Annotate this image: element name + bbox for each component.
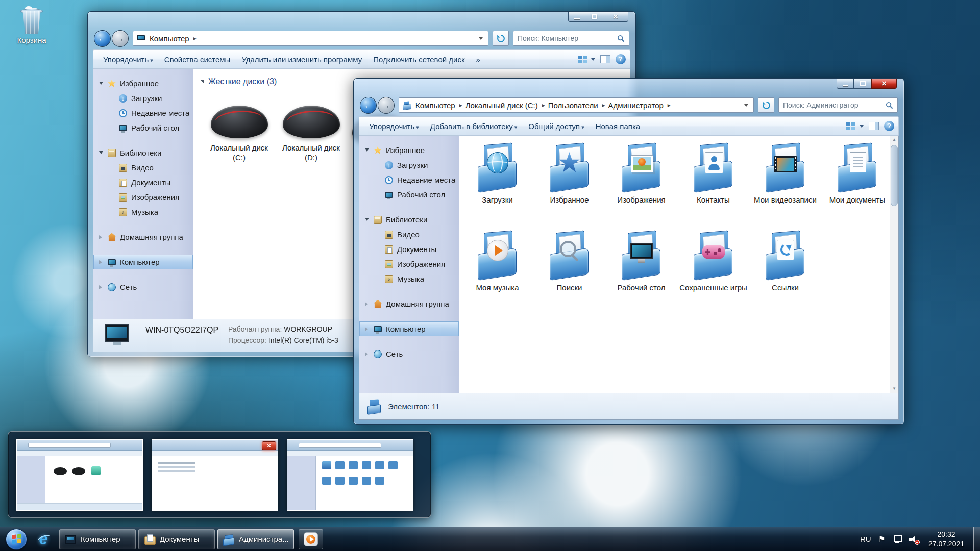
- forward-button[interactable]: [112, 30, 129, 47]
- close-button[interactable]: [603, 12, 628, 22]
- group-collapse-icon[interactable]: [201, 80, 204, 83]
- sidebar-item[interactable]: Рабочий стол: [93, 120, 193, 135]
- recycle-bin[interactable]: Корзина: [7, 6, 56, 44]
- sidebar-item[interactable]: Изображения: [359, 257, 459, 271]
- language-indicator[interactable]: RU: [860, 535, 871, 543]
- toolbar-item[interactable]: »: [470, 53, 485, 66]
- folder-item[interactable]: Мои видеозаписи: [749, 143, 821, 231]
- sidebar-item[interactable]: Видео: [359, 227, 459, 242]
- folder-item[interactable]: Поиски: [533, 231, 605, 318]
- volume-icon[interactable]: [909, 535, 919, 544]
- address-dropdown-button[interactable]: [476, 37, 486, 40]
- address-dropdown-button[interactable]: [741, 104, 751, 107]
- drive-item[interactable]: Локальный диск (D:): [279, 106, 344, 163]
- show-desktop-button[interactable]: [973, 527, 980, 551]
- start-button[interactable]: [6, 529, 27, 550]
- folder-item[interactable]: Контакты: [677, 143, 749, 231]
- taskbar-window-button[interactable]: Документы: [138, 529, 215, 549]
- peek-thumbnail-administrator[interactable]: [287, 439, 413, 511]
- forward-button[interactable]: [378, 97, 395, 114]
- folder-item[interactable]: Рабочий стол: [605, 231, 677, 318]
- minimize-button[interactable]: [837, 79, 854, 89]
- views-dropdown-icon[interactable]: [860, 125, 864, 128]
- peek-thumbnail-documents[interactable]: [152, 439, 278, 511]
- views-icon[interactable]: [846, 122, 856, 130]
- folder-item[interactable]: Ссылки: [749, 231, 821, 318]
- folder-item[interactable]: Избранное: [533, 143, 605, 231]
- expand-arrow-icon[interactable]: [365, 218, 369, 221]
- toolbar-item[interactable]: Подключить сетевой диск: [368, 53, 470, 66]
- expand-arrow-icon[interactable]: [99, 82, 103, 85]
- breadcrumb-item[interactable]: Администратор: [607, 100, 672, 111]
- back-button[interactable]: [94, 30, 111, 47]
- toolbar-item[interactable]: Новая папка: [590, 119, 646, 133]
- back-button[interactable]: [360, 97, 377, 114]
- sidebar-item[interactable]: Библиотеки: [93, 145, 193, 160]
- sidebar-item[interactable]: Компьютер: [93, 255, 193, 269]
- breadcrumb-item[interactable]: Компьютер: [414, 100, 464, 111]
- sidebar-item[interactable]: Музыка: [359, 271, 459, 286]
- sidebar-item[interactable]: Библиотеки: [359, 212, 459, 227]
- expand-arrow-icon[interactable]: [365, 327, 368, 331]
- sidebar-item[interactable]: Сеть: [359, 346, 459, 361]
- sidebar-item[interactable]: Домашняя группа: [93, 230, 193, 244]
- minimize-button[interactable]: [568, 12, 585, 22]
- toolbar-item[interactable]: Упорядочить: [363, 119, 425, 133]
- sidebar-item[interactable]: Избранное: [359, 143, 459, 158]
- folder-item[interactable]: Моя музыка: [461, 231, 533, 318]
- refresh-button[interactable]: [758, 97, 774, 113]
- taskbar-ie-button[interactable]: [31, 529, 56, 550]
- views-dropdown-icon[interactable]: [591, 58, 595, 61]
- refresh-button[interactable]: [493, 31, 509, 46]
- sidebar-item[interactable]: Сеть: [93, 280, 193, 294]
- sidebar-item[interactable]: Недавние места: [359, 172, 459, 187]
- expand-arrow-icon[interactable]: [99, 235, 102, 239]
- taskbar-window-button[interactable]: Администра...: [217, 529, 294, 549]
- folder-item[interactable]: Изображения: [605, 143, 677, 231]
- search-input[interactable]: [518, 34, 617, 42]
- network-icon[interactable]: [893, 535, 902, 543]
- address-bar[interactable]: Компьютер: [133, 31, 488, 46]
- help-icon[interactable]: [884, 121, 894, 131]
- preview-pane-icon[interactable]: [600, 55, 610, 63]
- sidebar-item[interactable]: Рабочий стол: [359, 187, 459, 202]
- sidebar-item[interactable]: Изображения: [93, 190, 193, 205]
- sidebar-item[interactable]: Компьютер: [359, 321, 459, 336]
- action-center-flag-icon[interactable]: [878, 534, 886, 544]
- toolbar-item[interactable]: Удалить или изменить программу: [236, 53, 368, 66]
- breadcrumb-item[interactable]: Локальный диск (C:): [464, 100, 547, 111]
- expand-arrow-icon[interactable]: [99, 151, 103, 154]
- sidebar-item[interactable]: Музыка: [93, 205, 193, 219]
- toolbar-item[interactable]: Свойства системы: [159, 53, 236, 66]
- taskbar-clock[interactable]: 20:32 27.07.2021: [928, 530, 964, 548]
- expand-arrow-icon[interactable]: [99, 260, 102, 264]
- sidebar-item[interactable]: Домашняя группа: [359, 296, 459, 311]
- sidebar-item[interactable]: Загрузки: [93, 91, 193, 106]
- folder-item[interactable]: Сохраненные игры: [677, 231, 749, 318]
- taskbar-media-button[interactable]: [299, 529, 323, 549]
- expand-arrow-icon[interactable]: [365, 302, 368, 306]
- sidebar-item[interactable]: Избранное: [93, 76, 193, 91]
- vertical-scrollbar[interactable]: ▲ ▼: [890, 136, 898, 393]
- thumbnail-close-button[interactable]: [262, 441, 276, 450]
- sidebar-item[interactable]: Недавние места: [93, 106, 193, 120]
- expand-arrow-icon[interactable]: [99, 285, 102, 289]
- folder-item[interactable]: Загрузки: [461, 143, 533, 231]
- preview-pane-icon[interactable]: [869, 122, 879, 130]
- maximize-button[interactable]: [585, 12, 603, 22]
- sidebar-item[interactable]: Загрузки: [359, 158, 459, 172]
- breadcrumb-item[interactable]: Компьютер: [148, 33, 198, 44]
- toolbar-item[interactable]: Общий доступ: [523, 119, 590, 133]
- address-bar[interactable]: Компьютер Локальный диск (C:) Пользовате…: [399, 97, 754, 113]
- views-icon[interactable]: [578, 55, 588, 63]
- scroll-down-icon[interactable]: ▼: [890, 385, 898, 393]
- close-button[interactable]: [871, 79, 897, 89]
- expand-arrow-icon[interactable]: [365, 352, 368, 356]
- taskbar-window-button[interactable]: Компьютер: [59, 529, 136, 549]
- sidebar-item[interactable]: Видео: [93, 160, 193, 175]
- sidebar-item[interactable]: Документы: [359, 242, 459, 257]
- toolbar-item[interactable]: Добавить в библиотеку: [425, 119, 523, 133]
- expand-arrow-icon[interactable]: [365, 148, 369, 152]
- help-icon[interactable]: [616, 54, 626, 64]
- peek-thumbnail-computer[interactable]: [16, 439, 143, 511]
